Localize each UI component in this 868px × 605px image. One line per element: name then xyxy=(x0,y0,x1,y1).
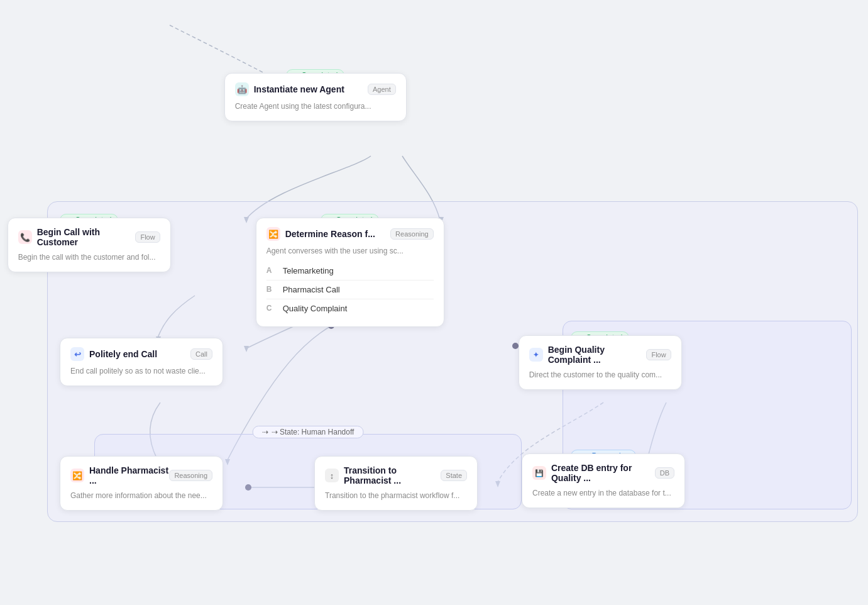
option-b-label: Pharmacist Call xyxy=(283,285,340,294)
determine-reason-wrapper: ✓ Completed 🔀 Determine Reason f... Reas… xyxy=(321,214,379,226)
options-list: A Telemarketing B Pharmacist Call C Qual… xyxy=(266,262,434,318)
begin-quality-node[interactable]: ✦ Begin Quality Complaint ... Flow Direc… xyxy=(519,335,682,390)
transition-pharmacist-desc: Transition to the pharmacist workflow f.… xyxy=(325,491,467,501)
determine-reason-desc: Agent converses with the user using sc..… xyxy=(266,246,434,257)
option-a: A Telemarketing xyxy=(266,262,434,280)
begin-quality-icon: ✦ xyxy=(529,348,543,362)
option-a-label: Telemarketing xyxy=(283,266,334,275)
instantiate-agent-wrapper: ✓ Completed 🤖 Instantiate new Agent Agen… xyxy=(286,69,344,82)
option-b-letter: B xyxy=(266,285,277,294)
instantiate-type-badge: Agent xyxy=(368,84,396,95)
human-handoff-label: ⇢ ⇢ State: Human Handoff xyxy=(253,426,364,438)
begin-call-node[interactable]: 📞 Begin Call with Customer Flow Begin th… xyxy=(8,218,171,272)
option-c-label: Quality Complaint xyxy=(283,304,348,313)
politely-end-call-node[interactable]: ↩ Politely end Call Call End call polite… xyxy=(60,338,223,386)
create-db-node[interactable]: 💾 Create DB entry for Quality ... DB Cre… xyxy=(522,453,685,508)
begin-quality-wrapper: ✓ Completed ✦ Begin Quality Complaint ..… xyxy=(571,331,629,344)
begin-call-wrapper: ✓ Completed 📞 Begin Call with Customer F… xyxy=(60,214,118,226)
option-b: B Pharmacist Call xyxy=(266,280,434,299)
option-c: C Quality Complaint xyxy=(266,299,434,318)
determine-reason-icon: 🔀 xyxy=(266,227,280,241)
handle-pharmacist-node[interactable]: 🔀 Handle Pharmacist ... Reasoning Gather… xyxy=(60,456,223,511)
create-db-type-badge: DB xyxy=(655,467,674,479)
create-db-icon: 💾 xyxy=(532,466,546,480)
politely-end-call-desc: End call politely so as to not waste cli… xyxy=(70,366,212,377)
handle-pharmacist-desc: Gather more information about the nee... xyxy=(70,491,212,501)
begin-quality-desc: Direct the customer to the quality com..… xyxy=(529,370,671,380)
option-c-letter: C xyxy=(266,304,277,313)
begin-call-icon: 📞 xyxy=(18,230,32,244)
transition-pharmacist-icon: ↕ xyxy=(325,469,339,482)
option-a-letter: A xyxy=(266,266,277,275)
determine-reason-type-badge: Reasoning xyxy=(390,228,434,240)
instantiate-icon: 🤖 xyxy=(235,82,249,96)
instantiate-desc: Create Agent using the latest configura.… xyxy=(235,101,396,112)
handle-pharmacist-type-badge: Reasoning xyxy=(169,470,212,481)
politely-end-call-type-badge: Call xyxy=(190,348,212,360)
begin-quality-type-badge: Flow xyxy=(646,349,671,360)
instantiate-agent-node[interactable]: 🤖 Instantiate new Agent Agent Create Age… xyxy=(224,73,407,121)
begin-call-desc: Begin the call with the customer and fol… xyxy=(18,252,160,263)
create-db-wrapper: ● Processing 💾 Create DB entry for Quali… xyxy=(571,450,636,462)
begin-call-type-badge: Flow xyxy=(135,231,160,243)
transition-pharmacist-type-badge: State xyxy=(441,470,467,481)
create-db-desc: Create a new entry in the database for t… xyxy=(532,488,674,499)
handle-pharmacist-icon: 🔀 xyxy=(70,469,84,482)
politely-end-call-icon: ↩ xyxy=(70,347,84,361)
determine-reason-node[interactable]: 🔀 Determine Reason f... Reasoning Agent … xyxy=(256,218,444,327)
transition-pharmacist-node[interactable]: ↕ Transition to Pharmacist ... State Tra… xyxy=(314,456,478,511)
